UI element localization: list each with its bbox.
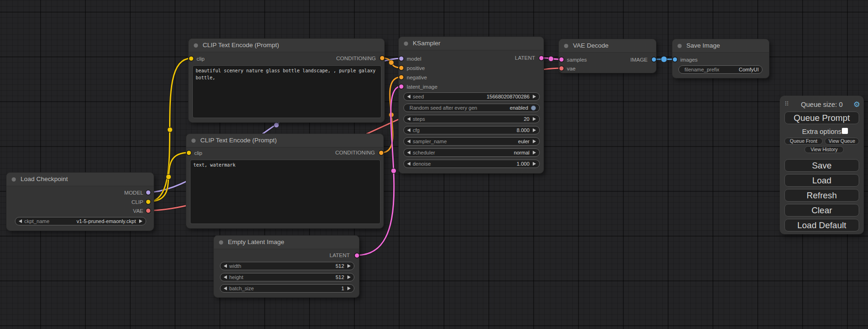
node-vae-decode-titlebar[interactable]: VAE Decode [559,39,656,53]
increment-arrow-icon[interactable] [533,128,536,132]
widget-value: 156680208700286 [487,94,529,99]
output-port-latent[interactable] [539,56,543,60]
comfyui-canvas[interactable]: Load Checkpoint MODEL CLIP VAE ckpt_name… [0,0,868,329]
widget-value: 1.000 [516,161,529,167]
denoise-widget[interactable]: denoise 1.000 [403,160,540,168]
filename-prefix-widget[interactable]: filename_prefix ComfyUI [678,65,762,74]
load-default-button[interactable]: Load Default [784,219,859,231]
node-ksampler[interactable]: KSampler model positive negative latent_… [398,36,544,174]
node-empty-latent-image[interactable]: Empty Latent Image LATENT width 512 heig… [213,235,360,298]
ckpt-name-widget[interactable]: ckpt_name v1-5-pruned-emaonly.ckpt [15,217,146,225]
decrement-arrow-icon[interactable] [407,151,410,154]
node-ksampler-titlebar[interactable]: KSampler [399,37,543,50]
collapse-dot-icon[interactable] [12,177,16,182]
toggle-enabled-icon[interactable] [531,105,536,111]
increment-arrow-icon[interactable] [533,117,536,121]
batch-size-widget[interactable]: batch_size 1 [220,284,354,293]
widget-value: normal [514,150,529,155]
input-port-samples[interactable] [559,57,564,62]
load-button[interactable]: Load [784,174,859,187]
sampler-name-widget[interactable]: sampler_name euler [403,137,540,146]
output-port-model[interactable] [146,190,150,195]
collapse-dot-icon[interactable] [194,43,198,48]
decrement-arrow-icon[interactable] [407,162,410,166]
decrement-arrow-icon[interactable] [224,275,227,279]
node-clip-positive-titlebar[interactable]: CLIP Text Encode (Prompt) [189,39,384,52]
widget-value: 8.000 [516,127,529,133]
increment-arrow-icon[interactable] [347,275,351,279]
output-port-latent[interactable] [355,253,359,258]
input-port-vae[interactable] [559,66,564,70]
node-title: Empty Latent Image [228,238,284,245]
seed-widget[interactable]: seed 156680208700286 [403,92,540,101]
node-save-image[interactable]: Save Image images filename_prefix ComfyU… [672,39,769,78]
node-empty-latent-titlebar[interactable]: Empty Latent Image [214,236,359,249]
clear-button[interactable]: Clear [784,204,859,217]
input-port-latent-image[interactable] [399,84,403,89]
wire-cond-positive-center-dot [389,60,394,65]
input-port-positive[interactable] [399,66,403,70]
height-widget[interactable]: height 512 [220,273,354,281]
wire-latent-in-center-dot [391,168,396,174]
node-vae-decode[interactable]: VAE Decode samples vae IMAGE [558,39,656,73]
queue-prompt-button[interactable]: Queue Prompt [784,112,859,124]
increment-arrow-icon[interactable] [347,287,351,290]
output-port-conditioning[interactable] [380,56,384,60]
node-load-checkpoint-titlebar[interactable]: Load Checkpoint [7,173,154,186]
collapse-dot-icon[interactable] [677,44,682,48]
decrement-arrow-icon[interactable] [407,117,410,121]
input-label-images: images [680,57,698,63]
wire-latent-out-center-dot [549,56,554,62]
decrement-arrow-icon[interactable] [224,287,227,290]
output-port-vae[interactable] [146,209,150,213]
scheduler-widget[interactable]: scheduler normal [403,148,540,157]
node-save-image-titlebar[interactable]: Save Image [672,39,769,53]
input-port-clip[interactable] [189,56,193,61]
view-history-button[interactable]: View History [804,146,844,153]
collapse-dot-icon[interactable] [564,44,568,48]
view-queue-button[interactable]: View Queue [825,138,859,145]
input-port-clip[interactable] [187,151,191,155]
decrement-arrow-icon[interactable] [224,264,227,268]
increment-arrow-icon[interactable] [533,140,536,143]
output-port-conditioning[interactable] [379,151,383,155]
input-port-model[interactable] [399,56,403,61]
increment-arrow-icon[interactable] [533,162,536,166]
collapse-dot-icon[interactable] [219,240,223,245]
node-clip-text-encode-positive[interactable]: CLIP Text Encode (Prompt) clip CONDITION… [188,38,385,123]
refresh-button[interactable]: Refresh [784,189,859,202]
widget-label: denoise [413,161,431,167]
queue-panel[interactable]: ⠿ Queue size: 0 ⚙ Queue Prompt Extra opt… [780,96,864,234]
settings-gear-icon[interactable]: ⚙ [854,100,860,109]
prompt-textarea[interactable]: beautiful scenery nature glass bottle la… [192,65,381,118]
input-port-images[interactable] [673,57,677,62]
steps-widget[interactable]: steps 20 [403,115,540,123]
decrement-arrow-icon[interactable] [407,95,410,98]
collapse-dot-icon[interactable] [191,139,196,143]
widget-value: 512 [336,263,344,269]
decrement-arrow-icon[interactable] [19,219,22,223]
decrement-arrow-icon[interactable] [407,128,410,132]
save-button[interactable]: Save [784,159,859,172]
output-port-image[interactable] [652,57,656,62]
increment-arrow-icon[interactable] [139,219,142,223]
decrement-arrow-icon[interactable] [407,140,410,143]
queue-front-button[interactable]: Queue Front [784,138,823,145]
random-seed-widget[interactable]: Random seed after every gen enabled [403,104,540,112]
node-load-checkpoint[interactable]: Load Checkpoint MODEL CLIP VAE ckpt_name… [6,172,154,231]
prompt-textarea[interactable]: text, watermark [190,160,381,224]
output-port-clip[interactable] [146,200,150,204]
queue-panel-header: ⠿ Queue size: 0 ⚙ [780,100,864,109]
width-widget[interactable]: width 512 [220,262,354,270]
node-clip-text-encode-negative[interactable]: CLIP Text Encode (Prompt) clip CONDITION… [186,133,384,229]
cfg-widget[interactable]: cfg 8.000 [403,126,540,134]
increment-arrow-icon[interactable] [533,151,536,154]
input-label-clip: clip [197,56,205,62]
collapse-dot-icon[interactable] [404,42,408,46]
output-label-vae: VAE [133,208,143,214]
extra-options-checkbox[interactable] [842,128,848,134]
node-clip-negative-titlebar[interactable]: CLIP Text Encode (Prompt) [186,134,383,147]
increment-arrow-icon[interactable] [533,95,536,98]
increment-arrow-icon[interactable] [347,264,351,268]
input-port-negative[interactable] [399,75,403,79]
